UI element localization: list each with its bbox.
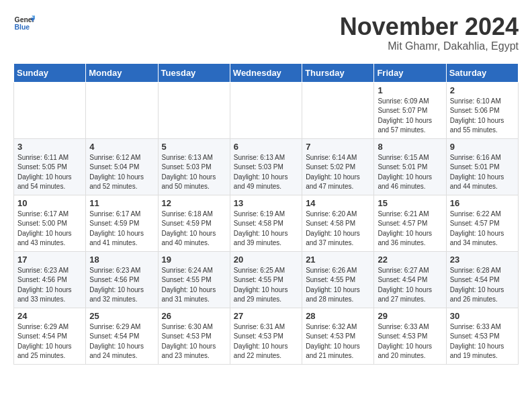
day-number: 2 xyxy=(450,85,515,95)
weekday-header-sunday: Sunday xyxy=(14,63,86,82)
day-info: Sunrise: 6:12 AMSunset: 5:04 PMDaylight:… xyxy=(89,153,154,192)
day-info: Sunrise: 6:32 AMSunset: 4:53 PMDaylight:… xyxy=(306,322,370,361)
weekday-header-wednesday: Wednesday xyxy=(230,63,302,82)
day-info: Sunrise: 6:16 AMSunset: 5:01 PMDaylight:… xyxy=(450,153,515,192)
day-info: Sunrise: 6:14 AMSunset: 5:02 PMDaylight:… xyxy=(306,153,370,192)
day-info: Sunrise: 6:33 AMSunset: 4:53 PMDaylight:… xyxy=(450,322,515,361)
calendar-table: SundayMondayTuesdayWednesdayThursdayFrid… xyxy=(13,63,519,365)
day-info: Sunrise: 6:24 AMSunset: 4:55 PMDaylight:… xyxy=(162,266,226,305)
day-info: Sunrise: 6:25 AMSunset: 4:55 PMDaylight:… xyxy=(234,266,298,305)
day-info: Sunrise: 6:17 AMSunset: 5:00 PMDaylight:… xyxy=(17,210,82,248)
calendar-cell xyxy=(302,82,374,138)
calendar-cell: 18Sunrise: 6:23 AMSunset: 4:56 PMDayligh… xyxy=(86,251,158,308)
day-info: Sunrise: 6:33 AMSunset: 4:53 PMDaylight:… xyxy=(378,322,442,361)
day-info: Sunrise: 6:18 AMSunset: 4:59 PMDaylight:… xyxy=(162,210,226,248)
day-info: Sunrise: 6:26 AMSunset: 4:55 PMDaylight:… xyxy=(306,266,370,305)
calendar-cell: 17Sunrise: 6:23 AMSunset: 4:56 PMDayligh… xyxy=(14,251,86,308)
day-number: 22 xyxy=(378,255,442,265)
day-number: 25 xyxy=(89,311,154,321)
day-info: Sunrise: 6:22 AMSunset: 4:57 PMDaylight:… xyxy=(450,210,515,248)
calendar-cell: 6Sunrise: 6:13 AMSunset: 5:03 PMDaylight… xyxy=(230,138,302,195)
calendar-cell: 2Sunrise: 6:10 AMSunset: 5:06 PMDaylight… xyxy=(446,82,518,138)
day-info: Sunrise: 6:13 AMSunset: 5:03 PMDaylight:… xyxy=(234,153,298,192)
calendar-cell: 15Sunrise: 6:21 AMSunset: 4:57 PMDayligh… xyxy=(374,195,446,251)
day-number: 28 xyxy=(306,311,370,321)
day-info: Sunrise: 6:29 AMSunset: 4:54 PMDaylight:… xyxy=(89,322,154,361)
day-number: 9 xyxy=(450,142,515,152)
day-number: 23 xyxy=(450,255,515,265)
day-number: 14 xyxy=(306,198,370,208)
page-header: General Blue November 2024 Mit Ghamr, Da… xyxy=(13,13,519,52)
calendar-cell: 24Sunrise: 6:29 AMSunset: 4:54 PMDayligh… xyxy=(14,308,86,364)
day-number: 18 xyxy=(89,255,154,265)
calendar-cell: 29Sunrise: 6:33 AMSunset: 4:53 PMDayligh… xyxy=(374,308,446,364)
weekday-header-tuesday: Tuesday xyxy=(158,63,230,82)
calendar-cell: 23Sunrise: 6:28 AMSunset: 4:54 PMDayligh… xyxy=(446,251,518,308)
calendar-cell: 9Sunrise: 6:16 AMSunset: 5:01 PMDaylight… xyxy=(446,138,518,195)
calendar-cell: 3Sunrise: 6:11 AMSunset: 5:05 PMDaylight… xyxy=(14,138,86,195)
day-number: 4 xyxy=(89,142,154,152)
svg-text:Blue: Blue xyxy=(15,24,30,31)
weekday-header-friday: Friday xyxy=(374,63,446,82)
calendar-cell: 27Sunrise: 6:31 AMSunset: 4:53 PMDayligh… xyxy=(230,308,302,364)
calendar-week-5: 24Sunrise: 6:29 AMSunset: 4:54 PMDayligh… xyxy=(14,308,519,364)
day-info: Sunrise: 6:30 AMSunset: 4:53 PMDaylight:… xyxy=(162,322,226,361)
day-info: Sunrise: 6:11 AMSunset: 5:05 PMDaylight:… xyxy=(17,153,82,192)
weekday-header-saturday: Saturday xyxy=(446,63,518,82)
day-number: 10 xyxy=(17,198,82,208)
day-number: 8 xyxy=(378,142,442,152)
day-number: 11 xyxy=(89,198,154,208)
calendar-cell: 1Sunrise: 6:09 AMSunset: 5:07 PMDaylight… xyxy=(374,82,446,138)
calendar-cell: 16Sunrise: 6:22 AMSunset: 4:57 PMDayligh… xyxy=(446,195,518,251)
day-number: 5 xyxy=(162,142,226,152)
day-number: 29 xyxy=(378,311,442,321)
day-info: Sunrise: 6:31 AMSunset: 4:53 PMDaylight:… xyxy=(234,322,298,361)
day-number: 30 xyxy=(450,311,515,321)
day-number: 3 xyxy=(17,142,82,152)
day-number: 17 xyxy=(17,255,82,265)
calendar-cell: 21Sunrise: 6:26 AMSunset: 4:55 PMDayligh… xyxy=(302,251,374,308)
weekday-header-monday: Monday xyxy=(86,63,158,82)
day-info: Sunrise: 6:19 AMSunset: 4:58 PMDaylight:… xyxy=(234,210,298,248)
calendar-cell: 25Sunrise: 6:29 AMSunset: 4:54 PMDayligh… xyxy=(86,308,158,364)
day-info: Sunrise: 6:28 AMSunset: 4:54 PMDaylight:… xyxy=(450,266,515,305)
day-info: Sunrise: 6:23 AMSunset: 4:56 PMDaylight:… xyxy=(17,266,82,305)
day-info: Sunrise: 6:21 AMSunset: 4:57 PMDaylight:… xyxy=(378,210,442,248)
calendar-cell: 5Sunrise: 6:13 AMSunset: 5:03 PMDaylight… xyxy=(158,138,230,195)
calendar-cell: 20Sunrise: 6:25 AMSunset: 4:55 PMDayligh… xyxy=(230,251,302,308)
weekday-header-row: SundayMondayTuesdayWednesdayThursdayFrid… xyxy=(14,63,519,82)
calendar-cell: 30Sunrise: 6:33 AMSunset: 4:53 PMDayligh… xyxy=(446,308,518,364)
calendar-cell: 19Sunrise: 6:24 AMSunset: 4:55 PMDayligh… xyxy=(158,251,230,308)
day-number: 7 xyxy=(306,142,370,152)
logo-icon: General Blue xyxy=(13,13,35,32)
calendar-cell xyxy=(14,82,86,138)
day-info: Sunrise: 6:23 AMSunset: 4:56 PMDaylight:… xyxy=(89,266,154,305)
calendar-cell: 7Sunrise: 6:14 AMSunset: 5:02 PMDaylight… xyxy=(302,138,374,195)
logo: General Blue xyxy=(13,13,35,32)
calendar-cell: 14Sunrise: 6:20 AMSunset: 4:58 PMDayligh… xyxy=(302,195,374,251)
day-number: 27 xyxy=(234,311,298,321)
day-number: 15 xyxy=(378,198,442,208)
day-info: Sunrise: 6:29 AMSunset: 4:54 PMDaylight:… xyxy=(17,322,82,361)
day-info: Sunrise: 6:13 AMSunset: 5:03 PMDaylight:… xyxy=(162,153,226,192)
calendar-cell: 28Sunrise: 6:32 AMSunset: 4:53 PMDayligh… xyxy=(302,308,374,364)
calendar-cell: 4Sunrise: 6:12 AMSunset: 5:04 PMDaylight… xyxy=(86,138,158,195)
weekday-header-thursday: Thursday xyxy=(302,63,374,82)
calendar-cell xyxy=(230,82,302,138)
day-number: 26 xyxy=(162,311,226,321)
location-subtitle: Mit Ghamr, Dakahlia, Egypt xyxy=(340,40,519,52)
day-number: 24 xyxy=(17,311,82,321)
calendar-cell: 13Sunrise: 6:19 AMSunset: 4:58 PMDayligh… xyxy=(230,195,302,251)
day-number: 6 xyxy=(234,142,298,152)
title-block: November 2024 Mit Ghamr, Dakahlia, Egypt xyxy=(340,13,519,52)
calendar-week-4: 17Sunrise: 6:23 AMSunset: 4:56 PMDayligh… xyxy=(14,251,519,308)
calendar-week-3: 10Sunrise: 6:17 AMSunset: 5:00 PMDayligh… xyxy=(14,195,519,251)
calendar-cell: 8Sunrise: 6:15 AMSunset: 5:01 PMDaylight… xyxy=(374,138,446,195)
day-number: 1 xyxy=(378,85,442,95)
day-number: 21 xyxy=(306,255,370,265)
day-number: 19 xyxy=(162,255,226,265)
day-number: 20 xyxy=(234,255,298,265)
day-info: Sunrise: 6:15 AMSunset: 5:01 PMDaylight:… xyxy=(378,153,442,192)
calendar-cell xyxy=(158,82,230,138)
calendar-week-1: 1Sunrise: 6:09 AMSunset: 5:07 PMDaylight… xyxy=(14,82,519,138)
